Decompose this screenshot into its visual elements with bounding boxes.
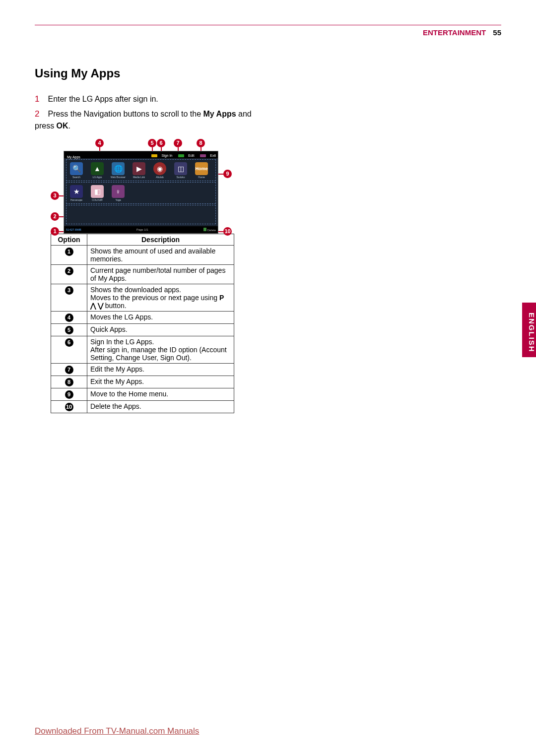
- page-header: ENTERTAINMENT 55: [35, 28, 501, 37]
- page-area: [66, 205, 216, 224]
- leader: [218, 174, 224, 175]
- step-text: Enter the LG Apps after sign in.: [48, 95, 158, 103]
- opt-7: 7: [65, 366, 73, 374]
- app-title: My Apps: [64, 155, 80, 159]
- app-media: ▶Media Link: [129, 160, 149, 181]
- edit-button: Edit: [175, 152, 194, 159]
- page-number: 55: [493, 28, 501, 37]
- callout-4: 4: [95, 139, 104, 147]
- dot-icon: [200, 154, 206, 157]
- aholab-icon: ◉: [153, 162, 166, 175]
- quick-apps-row: 🔍Search ▲LG Apps 🌐Web Browser ▶Media Lin…: [66, 159, 216, 181]
- app-browser: 🌐Web Browser: [108, 160, 128, 181]
- step-number: 2: [35, 108, 42, 121]
- tv-screenshot: My Apps Sign In Edit Exit 🔍Search ▲LG Ap…: [64, 151, 218, 234]
- desc: Sign In the LG Apps. After sign in, mana…: [87, 336, 234, 364]
- callout-3: 3: [51, 191, 59, 200]
- desc: Shows the amount of used and available m…: [87, 246, 234, 265]
- sudoku-icon: ◫: [174, 162, 187, 175]
- col-description: Description: [87, 234, 234, 246]
- desc: Edit the My Apps.: [87, 364, 234, 376]
- desc: Move to the Home menu.: [87, 388, 234, 401]
- app-horoscope: ★Horoscope: [67, 183, 86, 203]
- opt-10: 10: [65, 403, 73, 411]
- desc: Moves the LG Apps.: [87, 312, 234, 324]
- desc: Exit the My Apps.: [87, 376, 234, 388]
- table-row: 7 Edit the My Apps.: [51, 364, 234, 376]
- callout-1: 1: [51, 227, 59, 236]
- table-row: 8 Exit the My Apps.: [51, 376, 234, 388]
- bottom-bar: 51427.8MB Page 1/1 Delete: [64, 226, 218, 233]
- app-aholab: ◉Aholab: [150, 160, 170, 181]
- desc: Shows the downloaded apps. Moves to the …: [87, 284, 234, 312]
- app-lgapps: ▲LG Apps: [87, 160, 107, 181]
- lg-apps-icon: ▲: [91, 162, 104, 175]
- desc: Quick Apps.: [87, 324, 234, 336]
- callout-6: 6: [157, 139, 165, 147]
- opt-2: 2: [65, 267, 73, 275]
- page-title: Using My Apps: [35, 66, 501, 80]
- opt-1: 1: [65, 248, 73, 256]
- dot-icon: [151, 154, 157, 157]
- opt-3: 3: [65, 286, 73, 295]
- header-rule: [35, 25, 501, 25]
- delete-button: Delete: [203, 228, 216, 232]
- step-1: 1 Enter the LG Apps after sign in.: [35, 93, 268, 106]
- table-row: 5 Quick Apps.: [51, 324, 234, 336]
- desc: Delete the Apps.: [87, 401, 234, 413]
- table-row: 6 Sign In the LG Apps. After sign in, ma…: [51, 336, 234, 364]
- app-colour: ◧COLOUR: [87, 183, 107, 203]
- options-table: Option Description 1 Shows the amount of…: [51, 234, 234, 413]
- home-icon: Home: [195, 162, 208, 175]
- table-row: 3 Shows the downloaded apps. Moves to th…: [51, 284, 234, 312]
- app-sudoku: ◫Sudoku: [171, 160, 191, 181]
- page-indicator: Page 1/1: [136, 228, 148, 231]
- manual-page: ENTERTAINMENT 55 Using My Apps 1 Enter t…: [0, 0, 536, 756]
- step-2: 2 Press the Navigation buttons to scroll…: [35, 108, 268, 132]
- table-row: 4 Moves the LG Apps.: [51, 312, 234, 324]
- opt-9: 9: [65, 390, 73, 399]
- step-number: 1: [35, 93, 42, 106]
- trash-icon: [203, 228, 206, 231]
- step-text-bold: OK: [57, 122, 68, 130]
- search-icon: 🔍: [70, 162, 83, 175]
- table-row: 9 Move to the Home menu.: [51, 388, 234, 401]
- app-home: HomeHome: [192, 160, 211, 181]
- language-tab: ENGLISH: [522, 303, 536, 357]
- app-search: 🔍Search: [67, 160, 86, 181]
- horoscope-icon: ★: [70, 185, 83, 198]
- step-text: Press the Navigation buttons to scroll t…: [48, 110, 203, 118]
- app-yoga: ♀Yoga: [108, 183, 128, 203]
- callout-2: 2: [51, 212, 59, 221]
- table-row: 1 Shows the amount of used and available…: [51, 246, 234, 265]
- footer-link[interactable]: Downloaded From TV-Manual.com Manuals: [35, 726, 199, 736]
- yoga-icon: ♀: [112, 185, 125, 198]
- content-column: 1 Enter the LG Apps after sign in. 2 Pre…: [35, 93, 268, 413]
- table-row: 2 Current page number/total number of pa…: [51, 265, 234, 284]
- opt-5: 5: [65, 326, 73, 334]
- opt-6: 6: [65, 338, 73, 347]
- table-head-row: Option Description: [51, 234, 234, 246]
- section-name: ENTERTAINMENT: [423, 28, 486, 37]
- callout-8: 8: [197, 139, 205, 147]
- signin-button: Sign In: [148, 152, 172, 159]
- table-row: 10 Delete the Apps.: [51, 401, 234, 413]
- media-icon: ▶: [133, 162, 145, 175]
- browser-icon: 🌐: [112, 162, 125, 175]
- downloaded-apps-row: ★Horoscope ◧COLOUR ♀Yoga: [66, 182, 216, 204]
- colour-icon: ◧: [91, 185, 104, 198]
- col-option: Option: [51, 234, 87, 246]
- figure-wrap: 4 5 6 7 8 9 10 3 2 1 My Apps: [51, 141, 234, 224]
- callout-9: 9: [223, 170, 232, 178]
- opt-4: 4: [65, 314, 73, 322]
- memory-label: 51427.8MB: [66, 228, 81, 231]
- top-bar: My Apps Sign In Edit Exit: [64, 151, 218, 158]
- dot-icon: [178, 154, 184, 157]
- callout-7: 7: [174, 139, 182, 147]
- desc: Current page number/total number of page…: [87, 265, 234, 284]
- step-text-bold: My Apps: [203, 110, 236, 118]
- callout-10: 10: [223, 227, 232, 236]
- step-text: .: [68, 122, 70, 130]
- callout-5: 5: [148, 139, 156, 147]
- exit-button: Exit: [197, 152, 216, 159]
